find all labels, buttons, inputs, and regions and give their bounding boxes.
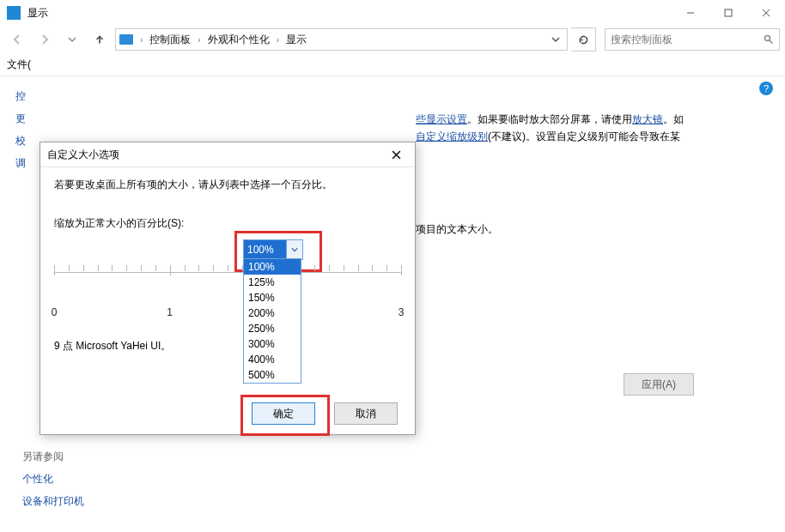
help-icon[interactable]: ? [759, 82, 773, 95]
ruler-baseline [54, 272, 401, 273]
scale-percent-value: 100% [244, 240, 286, 259]
dialog-close-button[interactable] [384, 144, 408, 165]
breadcrumb-sep: › [196, 35, 202, 45]
window-title: 显示 [27, 6, 48, 21]
item-text-size-label: 项目的文本大小。 [416, 221, 498, 238]
scale-option[interactable]: 100% [244, 259, 301, 275]
address-dropdown-icon[interactable] [548, 35, 563, 44]
ruler-label: 3 [399, 306, 405, 318]
left-nav-item[interactable]: 控 [15, 85, 26, 107]
scale-option[interactable]: 150% [244, 290, 301, 305]
left-nav-item[interactable]: 校 [15, 130, 26, 152]
nav-row: › 控制面板 › 外观和个性化 › 显示 搜索控制面板 [0, 26, 785, 53]
content-area: ? 控 更 校 调 些显示设置。如果要临时放大部分屏幕，请使用放大镜。如 自定义… [0, 76, 785, 532]
folder-icon [119, 34, 133, 45]
breadcrumb-item[interactable]: 外观和个性化 [208, 33, 270, 47]
background-paragraph: 些显示设置。如果要临时放大部分屏幕，请使用放大镜。如 自定义缩放级别(不建议)。… [416, 111, 763, 145]
recent-locations-button[interactable] [60, 27, 84, 51]
left-nav-item[interactable]: 更 [15, 107, 26, 130]
related-personalization[interactable]: 个性化 [22, 468, 84, 490]
left-nav: 控 更 校 调 [15, 85, 26, 174]
titlebar: 显示 [0, 0, 785, 26]
cancel-button[interactable]: 取消 [334, 402, 398, 425]
minimize-button[interactable] [672, 0, 709, 26]
ruler-label: 1 [167, 306, 173, 318]
refresh-button[interactable] [571, 27, 596, 51]
ruler-label: 0 [52, 306, 58, 318]
svg-point-4 [765, 36, 770, 41]
scale-option[interactable]: 200% [244, 305, 301, 321]
dialog-title: 自定义大小选项 [47, 148, 384, 162]
search-placeholder: 搜索控制面板 [611, 33, 760, 47]
app-icon [7, 6, 21, 20]
forward-button[interactable] [33, 27, 57, 51]
related-links: 另请参阅 个性化 设备和打印机 [22, 445, 84, 512]
scale-row: 缩放为正常大小的百分比(S): [54, 216, 401, 231]
scale-percent-label: 缩放为正常大小的百分比(S): [54, 216, 184, 231]
magnifier-link[interactable]: 放大镜 [632, 113, 663, 125]
search-icon [764, 34, 774, 45]
up-button[interactable] [88, 27, 112, 51]
custom-size-dialog: 自定义大小选项 若要更改桌面上所有项的大小，请从列表中选择一个百分比。 缩放为正… [40, 142, 416, 435]
related-devices-printers[interactable]: 设备和打印机 [22, 490, 84, 512]
dialog-description: 若要更改桌面上所有项的大小，请从列表中选择一个百分比。 [54, 178, 401, 192]
dialog-titlebar: 自定义大小选项 [40, 142, 415, 167]
scale-option[interactable]: 500% [244, 367, 301, 383]
scale-option[interactable]: 300% [244, 336, 301, 352]
scale-option[interactable]: 125% [244, 275, 301, 290]
custom-scale-link[interactable]: 自定义缩放级别 [416, 130, 488, 142]
ruler[interactable]: 0 1 2 3 [54, 263, 401, 315]
svg-rect-1 [725, 9, 732, 16]
search-box[interactable]: 搜索控制面板 [605, 28, 780, 51]
scale-percent-list: 100% 125% 150% 200% 250% 300% 400% 500% [243, 258, 301, 384]
address-bar[interactable]: › 控制面板 › 外观和个性化 › 显示 [115, 28, 568, 51]
scale-percent-combo[interactable]: 100% [243, 239, 303, 260]
apply-button[interactable]: 应用(A) [624, 373, 694, 396]
dialog-body: 若要更改桌面上所有项的大小，请从列表中选择一个百分比。 缩放为正常大小的百分比(… [40, 167, 415, 404]
breadcrumb-sep: › [275, 35, 281, 45]
chevron-down-icon[interactable] [286, 240, 302, 259]
menu-bar: 文件( [0, 53, 785, 76]
display-settings-link[interactable]: 些显示设置 [416, 113, 467, 125]
scale-option[interactable]: 250% [244, 321, 301, 336]
menu-file[interactable]: 文件( [7, 57, 31, 72]
svg-line-5 [770, 40, 773, 44]
scale-option[interactable]: 400% [244, 352, 301, 367]
maximize-button[interactable] [709, 0, 747, 26]
scale-combo-wrap: 100% 100% 125% 150% 200% 250% 300% 400% … [243, 239, 303, 260]
breadcrumb-sep: › [138, 35, 144, 45]
breadcrumb-item[interactable]: 控制面板 [149, 33, 191, 47]
left-nav-item[interactable]: 调 [15, 152, 26, 174]
breadcrumb-item[interactable]: 显示 [286, 33, 307, 47]
back-button[interactable] [5, 27, 29, 51]
font-sample-text: 9 点 Microsoft YaHei UI。 [54, 339, 171, 354]
ok-button[interactable]: 确定 [252, 402, 315, 425]
close-button[interactable] [747, 0, 785, 26]
related-header: 另请参阅 [22, 445, 84, 468]
dialog-button-row: 确定 取消 [40, 393, 415, 434]
